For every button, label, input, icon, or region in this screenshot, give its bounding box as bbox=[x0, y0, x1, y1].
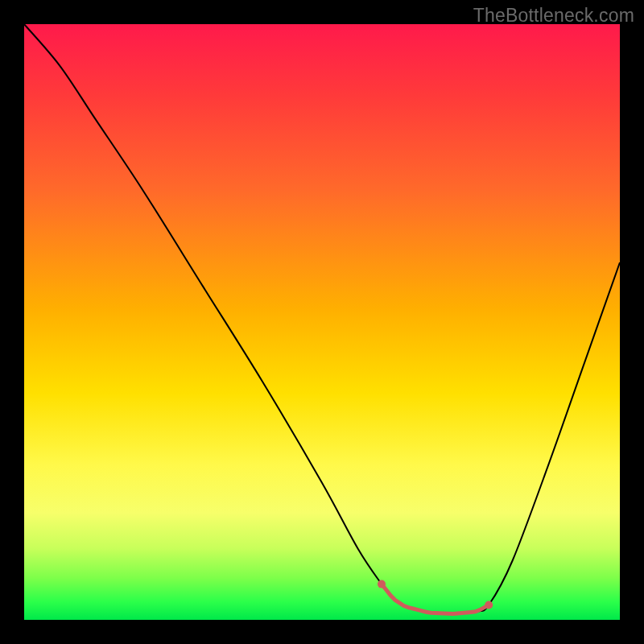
watermark-text: TheBottleneck.com bbox=[473, 5, 634, 27]
optimal-range-start-dot bbox=[378, 580, 386, 588]
chart-frame: TheBottleneck.com bbox=[0, 0, 644, 644]
optimal-range-end-dot bbox=[485, 601, 493, 609]
curve-layer bbox=[24, 24, 620, 620]
plot-area bbox=[24, 24, 620, 620]
bottleneck-curve bbox=[24, 24, 620, 614]
optimal-range-segment bbox=[382, 584, 489, 614]
